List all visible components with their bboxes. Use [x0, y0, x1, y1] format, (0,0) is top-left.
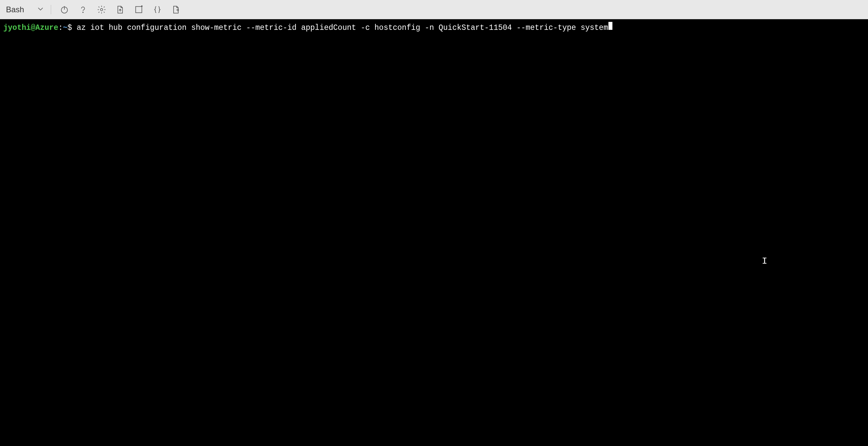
command-input: az iot hub configuration show-metric --m… — [77, 23, 608, 33]
terminal-cursor — [609, 22, 612, 30]
command-text — [72, 23, 77, 33]
svg-rect-4 — [135, 6, 142, 12]
svg-point-2 — [83, 12, 83, 12]
prompt-user: jyothi@Azure — [3, 23, 58, 33]
prompt-separator: : — [58, 23, 63, 33]
terminal-area[interactable]: jyothi@Azure:~$ az iot hub configuration… — [0, 19, 868, 446]
text-cursor-indicator: I — [762, 255, 768, 268]
help-icon[interactable] — [76, 2, 90, 17]
terminal-line: jyothi@Azure:~$ az iot hub configuration… — [3, 22, 865, 33]
prompt-path: ~ — [63, 23, 67, 33]
settings-icon[interactable] — [94, 2, 109, 17]
toolbar: Bash — [0, 0, 868, 19]
new-session-icon[interactable] — [131, 2, 146, 17]
toolbar-divider — [51, 5, 51, 14]
open-file-icon[interactable] — [168, 2, 183, 17]
braces-icon[interactable] — [150, 2, 165, 17]
svg-point-3 — [100, 8, 102, 11]
power-icon[interactable] — [57, 2, 72, 17]
shell-name-label: Bash — [6, 5, 24, 14]
upload-file-icon[interactable] — [113, 2, 127, 17]
chevron-down-icon — [37, 6, 43, 13]
shell-selector[interactable]: Bash — [3, 4, 47, 15]
prompt-symbol: $ — [67, 23, 72, 33]
